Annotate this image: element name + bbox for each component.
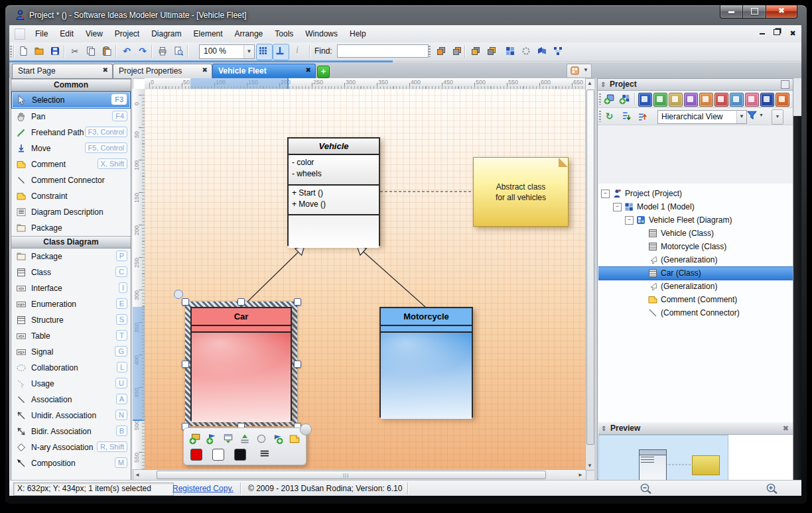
- class-car[interactable]: Car: [190, 307, 292, 421]
- tool-selection[interactable]: SelectionF3: [11, 91, 131, 109]
- diagram-type-button-10[interactable]: [776, 93, 789, 107]
- tree-item-comment-comment[interactable]: Comment (Comment): [598, 294, 793, 306]
- scroll-down-icon[interactable]: ▼: [587, 463, 592, 469]
- cut-button[interactable]: ✂: [68, 44, 85, 61]
- shapes-button[interactable]: [535, 44, 552, 61]
- diagram-type-button-2[interactable]: [653, 93, 667, 107]
- menu-project[interactable]: Project: [109, 27, 145, 41]
- zoom-out-icon[interactable]: [640, 483, 653, 494]
- selection-handle[interactable]: [182, 361, 189, 368]
- line-style-button[interactable]: [258, 449, 270, 459]
- tool-usage[interactable]: UsageU: [11, 376, 131, 392]
- chevron-down-icon[interactable]: ▼: [243, 45, 254, 58]
- comment-note[interactable]: Abstract classfor all vehicles: [473, 157, 569, 227]
- view-mode-select[interactable]: Hierarchical View ▼: [657, 110, 747, 124]
- toolbox-section-header[interactable]: Common: [11, 79, 131, 91]
- tree-item-vehicle-fleet-diagram[interactable]: −Vehicle Fleet (Diagram): [598, 214, 793, 227]
- add-attribute-icon[interactable]: [189, 433, 202, 445]
- tool-signal[interactable]: «s»SignalG: [11, 344, 131, 360]
- rotation-handle[interactable]: [174, 290, 183, 299]
- diagram-type-button-9[interactable]: [760, 93, 774, 107]
- diagram-type-button-7[interactable]: [730, 93, 744, 107]
- menu-diagram[interactable]: Diagram: [145, 27, 187, 41]
- tab-project-properties[interactable]: Project Properties✖: [113, 64, 212, 78]
- diagram-type-button-3[interactable]: [669, 93, 683, 107]
- tree-item-project-project[interactable]: −Project (Project): [598, 188, 793, 200]
- tool-bidir-association[interactable]: Bidir. AssociationB: [11, 424, 131, 439]
- tool-comment-connector[interactable]: Comment Connector: [11, 172, 131, 188]
- tool-move[interactable]: MoveF5, Control: [11, 141, 131, 156]
- floating-toolbar[interactable]: [183, 428, 306, 465]
- maximize-button[interactable]: [742, 5, 766, 19]
- menu-tools[interactable]: Tools: [269, 27, 299, 41]
- print-button[interactable]: [155, 44, 172, 61]
- diagram-list-button[interactable]: ▼: [567, 64, 592, 78]
- horizontal-scrollbar[interactable]: ◄ ||| ►: [133, 469, 586, 481]
- project-panel-header[interactable]: ⇕ Project: [598, 79, 793, 91]
- align-compartment-icon[interactable]: [239, 433, 252, 445]
- new-document-button[interactable]: [16, 44, 33, 61]
- tree-item-motorcycle-class[interactable]: Motorcycle (Class): [598, 241, 793, 253]
- menu-windows[interactable]: Windows: [299, 27, 344, 41]
- diagram-type-button-5[interactable]: [699, 93, 713, 107]
- shape-ellipse-icon[interactable]: [255, 433, 269, 445]
- zoom-in-icon[interactable]: [766, 483, 779, 494]
- tool-table[interactable]: «t»TableT: [11, 328, 131, 344]
- mdi-restore-button[interactable]: [771, 28, 783, 38]
- tool-freehand-path[interactable]: Freehand PathF3, Control: [11, 125, 131, 141]
- diagram-type-button-4[interactable]: [684, 93, 698, 107]
- tab-vehicle-fleet[interactable]: Vehicle Fleet✖: [212, 64, 316, 78]
- group-button[interactable]: [503, 44, 520, 61]
- menu-element[interactable]: Element: [188, 27, 229, 41]
- bring-to-front-button[interactable]: [434, 44, 451, 61]
- vscroll-thumb[interactable]: [586, 89, 594, 445]
- chevron-down-icon[interactable]: ▼: [736, 111, 746, 123]
- send-backward-button[interactable]: [484, 44, 502, 61]
- toolbox-section-header[interactable]: Class Diagram: [11, 236, 131, 249]
- add-diagram-button[interactable]: [602, 92, 618, 107]
- tool-n-ary-association[interactable]: N-ary AssociationR, Shift: [11, 439, 131, 455]
- tree-item-car-class[interactable]: Car (Class): [598, 267, 793, 280]
- selection-handle[interactable]: [182, 298, 189, 306]
- selection-handle[interactable]: [294, 361, 301, 368]
- tool-comment[interactable]: CommentX, Shift: [11, 156, 131, 172]
- tree-item-generalization[interactable]: (Generalization): [598, 254, 793, 266]
- close-icon[interactable]: ✖: [783, 423, 789, 434]
- tool-collaboration[interactable]: CollaborationL: [11, 360, 131, 376]
- rotate-button[interactable]: [519, 44, 536, 61]
- fill-red-swatch[interactable]: [190, 449, 202, 461]
- refresh-button[interactable]: ↻: [602, 109, 616, 123]
- tool-diagram-description[interactable]: Diagram Description: [11, 204, 131, 220]
- pane-pin-icon[interactable]: [781, 80, 789, 89]
- align-button[interactable]: [551, 44, 568, 61]
- save-button[interactable]: [48, 44, 65, 61]
- preview-panel-header[interactable]: ⇕ Preview ✖: [598, 423, 793, 435]
- menu-file[interactable]: File: [29, 27, 54, 41]
- copy-button[interactable]: [84, 44, 101, 61]
- tool-association[interactable]: AssociationA: [11, 392, 131, 408]
- add-operation-icon[interactable]: [206, 433, 219, 445]
- tree-expander-icon[interactable]: −: [601, 190, 610, 198]
- border-black-swatch[interactable]: [234, 449, 246, 461]
- tree-expander-icon[interactable]: −: [625, 216, 634, 225]
- grid-toggle-button[interactable]: [256, 44, 273, 60]
- selection-handle[interactable]: [294, 298, 301, 306]
- tool-interface[interactable]: «i»InterfaceI: [11, 280, 131, 296]
- menu-view[interactable]: View: [80, 27, 109, 41]
- tree-item-vehicle-class[interactable]: Vehicle (Class): [598, 227, 793, 240]
- tool-class[interactable]: ClassC: [11, 264, 131, 280]
- menu-edit[interactable]: Edit: [54, 27, 80, 41]
- class-vehicle[interactable]: Vehicle- color- wheels+ Start ()+ Move (…: [287, 137, 380, 246]
- menu-arrange[interactable]: Arrange: [229, 27, 269, 41]
- pane-collapse-icon[interactable]: ⇕: [600, 79, 606, 90]
- close-button[interactable]: ✖: [766, 5, 797, 19]
- find-input[interactable]: [337, 44, 429, 58]
- scroll-up-icon[interactable]: ▲: [587, 80, 592, 86]
- tree-item-comment-connector[interactable]: (Comment Connector): [598, 307, 793, 319]
- undo-button[interactable]: ↶: [119, 44, 137, 61]
- tool-package[interactable]: Package: [11, 220, 131, 236]
- tool-constraint[interactable]: Constraint: [11, 188, 131, 204]
- tool-package[interactable]: PackageP: [11, 249, 131, 264]
- tree-item-generalization[interactable]: (Generalization): [598, 280, 793, 293]
- diagram-type-button-8[interactable]: [745, 93, 759, 107]
